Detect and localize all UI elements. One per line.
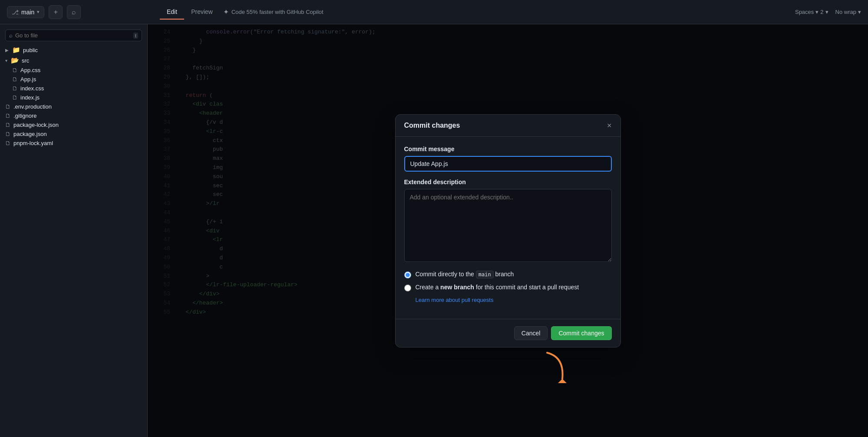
chevron-down-icon: ▾ (5, 58, 7, 63)
search-icon: ⌕ (9, 32, 13, 39)
search-shortcut: t (133, 33, 138, 39)
chevron-spaces-icon: ▾ (815, 9, 818, 15)
folder-icon: 📁 (12, 46, 20, 54)
sidebar-item-index-css[interactable]: 🗋 index.css (0, 84, 147, 93)
sidebar-item-pnpm-lock[interactable]: 🗋 pnpm-lock.yaml (0, 139, 147, 148)
file-icon: 🗋 (5, 140, 11, 146)
sidebar-item-src[interactable]: ▾ 📂 src (0, 55, 147, 66)
commit-message-label: Commit message (404, 146, 612, 152)
file-label: App.js (20, 76, 36, 83)
file-label: .gitignore (13, 113, 36, 119)
search-icon: ⌕ (72, 8, 76, 16)
search-bar[interactable]: ⌕ t (5, 30, 142, 41)
copilot-label: Code 55% faster with GitHub Copilot (231, 9, 323, 15)
radio-direct-label: Commit directly to the main branch (416, 271, 514, 278)
folder-label: src (22, 57, 29, 64)
file-label: index.css (20, 85, 44, 92)
extended-description-group: Extended description (404, 179, 612, 264)
file-label: index.js (20, 94, 40, 101)
editor-settings: Spaces ▾ 2 ▾ No wrap ▾ (795, 9, 861, 15)
top-bar: ⎇ main ▾ + ⌕ Edit Preview ✦ Code 55% fas… (0, 0, 868, 24)
spaces-value: 2 (820, 9, 823, 15)
extended-description-textarea[interactable] (404, 189, 612, 262)
sidebar-item-env[interactable]: 🗋 .env.production (0, 102, 147, 111)
file-icon: 🗋 (5, 122, 11, 128)
chevron-nowrap-icon: ▾ (858, 9, 861, 15)
modal-footer: Cancel Commit changes (396, 319, 620, 347)
extended-description-label: Extended description (404, 179, 612, 185)
plus-icon: + (54, 8, 58, 16)
nowrap-dropdown[interactable]: No wrap ▾ (835, 9, 861, 15)
arrow-svg (538, 348, 578, 387)
nowrap-label: No wrap (835, 9, 856, 15)
radio-direct[interactable] (404, 271, 411, 278)
commit-message-group: Commit message (404, 146, 612, 172)
branch-options: Commit directly to the main branch Creat… (404, 271, 612, 303)
commit-modal: Commit changes × Commit message Extended… (395, 114, 621, 348)
branch-name: main (21, 9, 34, 16)
editor-tabs: Edit Preview ✦ Code 55% faster with GitH… (160, 5, 790, 20)
copilot-button[interactable]: ✦ Code 55% faster with GitHub Copilot (220, 6, 327, 18)
search-input[interactable] (15, 32, 131, 39)
spaces-dropdown[interactable]: Spaces ▾ 2 ▾ (795, 9, 828, 15)
branch-code: main (476, 271, 494, 278)
modal-overlay: Commit changes × Commit message Extended… (148, 24, 868, 437)
svg-marker-0 (558, 379, 567, 383)
file-icon: 🗋 (12, 94, 18, 101)
file-label: .env.production (13, 103, 52, 110)
add-button[interactable]: + (49, 5, 63, 19)
sidebar-item-public[interactable]: ▶ 📁 public (0, 45, 147, 55)
sidebar-item-package-json[interactable]: 🗋 package.json (0, 129, 147, 139)
cancel-button[interactable]: Cancel (514, 326, 548, 340)
search-button[interactable]: ⌕ (67, 5, 81, 19)
branch-icon: ⎇ (12, 9, 19, 16)
file-label: package.json (13, 131, 47, 137)
file-label: App.css (20, 67, 40, 73)
commit-changes-button[interactable]: Commit changes (551, 326, 611, 340)
sidebar-item-index-js[interactable]: 🗋 index.js (0, 93, 147, 102)
file-label: package-lock.json (13, 122, 59, 128)
modal-close-button[interactable]: × (607, 122, 612, 129)
file-icon: 🗋 (12, 76, 18, 83)
radio-option-direct: Commit directly to the main branch (404, 271, 612, 278)
file-icon: 🗋 (5, 113, 11, 119)
top-bar-left: ⎇ main ▾ + ⌕ (7, 5, 155, 19)
file-icon: 🗋 (12, 67, 18, 73)
modal-header: Commit changes × (396, 115, 620, 137)
copilot-icon: ✦ (223, 8, 229, 16)
learn-more-link[interactable]: Learn more about pull requests (416, 297, 612, 303)
sidebar-item-app-css[interactable]: 🗋 App.css (0, 66, 147, 75)
chevron-right-icon: ▶ (5, 48, 9, 53)
modal-body: Commit message Extended description Comm… (396, 137, 620, 319)
file-icon: 🗋 (5, 131, 11, 137)
folder-label: public (23, 47, 38, 53)
spaces-label: Spaces (795, 9, 814, 15)
modal-title: Commit changes (404, 122, 460, 129)
chevron-spaces2-icon: ▾ (825, 9, 828, 15)
sidebar-item-app-js[interactable]: 🗋 App.js (0, 75, 147, 84)
sidebar: ⌕ t ▶ 📁 public ▾ 📂 src 🗋 App.css 🗋 App.j… (0, 24, 148, 437)
radio-option-new-branch: Create a new branch for this commit and … (404, 284, 612, 291)
folder-icon: 📂 (11, 56, 19, 64)
radio-new-branch-label: Create a new branch for this commit and … (416, 284, 579, 291)
chevron-down-icon: ▾ (37, 9, 40, 15)
sidebar-item-package-lock[interactable]: 🗋 package-lock.json (0, 120, 147, 129)
file-icon: 🗋 (5, 103, 11, 110)
arrow-annotation (538, 348, 578, 389)
radio-new-branch[interactable] (404, 285, 411, 291)
main-layout: ⌕ t ▶ 📁 public ▾ 📂 src 🗋 App.css 🗋 App.j… (0, 24, 868, 437)
tab-edit[interactable]: Edit (160, 5, 184, 20)
tab-preview[interactable]: Preview (184, 5, 220, 20)
commit-message-input[interactable] (404, 156, 612, 172)
code-area: 24 console.error("Error fetching signatu… (148, 24, 868, 437)
sidebar-item-gitignore[interactable]: 🗋 .gitignore (0, 111, 147, 120)
file-label: pnpm-lock.yaml (13, 140, 53, 146)
branch-selector[interactable]: ⎇ main ▾ (7, 6, 44, 18)
file-icon: 🗋 (12, 85, 18, 92)
